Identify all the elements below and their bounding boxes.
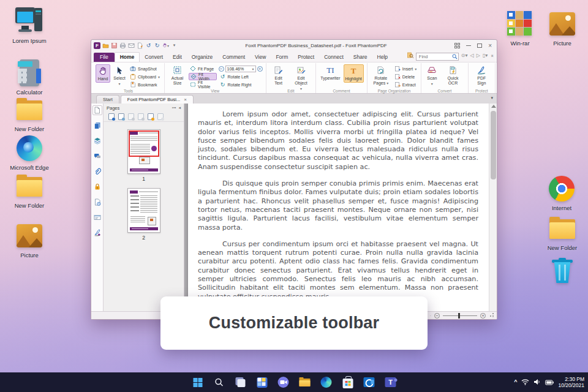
zoom-out-icon[interactable]: − xyxy=(219,66,224,72)
desktop-icon-this-pc[interactable]: Lorem Ipsum xyxy=(6,7,53,44)
outlook-icon[interactable] xyxy=(363,375,376,389)
tab-help[interactable]: Help xyxy=(372,53,393,62)
snapshot-button[interactable]: SnapShot xyxy=(129,65,161,72)
page-action-icon-4[interactable] xyxy=(138,113,144,120)
minimize-icon[interactable] xyxy=(466,45,471,46)
tab-share[interactable]: Share xyxy=(349,53,372,62)
highlight-button[interactable]: T Highlight xyxy=(344,64,364,83)
bookmarks-panel-icon[interactable] xyxy=(92,105,102,115)
find-options-icon[interactable]: ⊙▾ xyxy=(461,53,468,58)
bookmark-dropdown-icon[interactable]: ▯▾ xyxy=(483,53,488,58)
quick-ocr-button[interactable]: OCR Quick OCR xyxy=(441,64,464,86)
edge-icon[interactable] xyxy=(320,375,333,389)
wifi-icon[interactable] xyxy=(521,377,529,388)
foxit-logo[interactable]: F xyxy=(94,42,100,49)
desktop-icon-edge[interactable]: Microsoft Edge xyxy=(6,134,53,171)
search-doc-icon[interactable] xyxy=(407,52,413,58)
page-thumbnail-1[interactable] xyxy=(127,129,160,174)
zoom-slider-thumb[interactable] xyxy=(458,313,460,318)
zoom-in-icon[interactable]: + xyxy=(257,66,263,72)
new-doc-icon[interactable] xyxy=(137,42,143,49)
desktop-icon-recycle-bin[interactable] xyxy=(538,256,586,284)
desktop-icon-new-folder-1[interactable]: New Folder xyxy=(6,96,53,132)
desktop-icon-winrar[interactable]: Win-rar xyxy=(496,10,544,47)
actual-size-button[interactable]: Actual Size xyxy=(168,64,187,86)
bookmark-button[interactable]: Bookmark xyxy=(129,81,161,88)
vertical-scrollbar[interactable] xyxy=(489,104,497,311)
doc-tab-start[interactable]: Start xyxy=(96,95,119,104)
insert-button[interactable]: Insert ▾ xyxy=(393,65,418,72)
visible-region-indicator[interactable] xyxy=(129,130,159,157)
stamps-panel-icon[interactable] xyxy=(92,197,102,207)
tab-edit[interactable]: Edit xyxy=(168,53,187,62)
print-icon[interactable] xyxy=(119,42,126,49)
tab-list-dropdown-icon[interactable]: ▾ xyxy=(491,96,493,100)
attachments-panel-icon[interactable] xyxy=(92,167,102,176)
security-panel-icon[interactable] xyxy=(92,182,102,192)
close-icon[interactable]: × xyxy=(488,42,492,49)
mail-icon[interactable] xyxy=(128,42,135,49)
pin-panel-icon[interactable]: ⊶ xyxy=(172,105,176,110)
search-icon[interactable] xyxy=(213,375,226,389)
next-view-icon[interactable]: ▷ xyxy=(477,53,480,58)
fit-page-button[interactable]: Fit Page xyxy=(189,65,217,72)
scroll-up-icon[interactable] xyxy=(491,105,496,108)
more-icon[interactable]: ▾ xyxy=(171,42,178,49)
edit-object-button[interactable]: Edit Object ▾ xyxy=(290,64,313,92)
desktop-icon-new-folder-2[interactable]: New Folder xyxy=(6,172,53,209)
zoom-level-combobox[interactable]: 108.46%▾ xyxy=(225,66,256,72)
scrollbar-thumb[interactable] xyxy=(491,111,496,179)
clipboard-button[interactable]: Clipboard ▾ xyxy=(129,73,161,80)
tab-file[interactable]: File xyxy=(94,53,115,62)
rotate-right-button[interactable]: ↻ Rotate Right xyxy=(219,81,263,88)
pdf-sign-button[interactable]: PDF Sign xyxy=(472,64,492,86)
rotate-left-button[interactable]: ↺ Rotate Left xyxy=(219,73,263,80)
desktop-icon-new-folder-3[interactable]: New Folder xyxy=(538,214,586,251)
volume-icon[interactable] xyxy=(533,377,541,388)
save-icon[interactable] xyxy=(111,42,118,49)
layout-grid-icon[interactable] xyxy=(454,43,460,48)
start-icon[interactable] xyxy=(191,375,205,389)
select-button[interactable]: Select ▾ xyxy=(112,64,127,87)
zoom-slider[interactable] xyxy=(443,313,477,318)
tab-view[interactable]: View xyxy=(250,53,271,62)
edit-text-button[interactable]: Edit Text xyxy=(270,64,288,86)
tab-home[interactable]: Home xyxy=(115,52,140,62)
page-action-icon-5[interactable] xyxy=(148,113,154,120)
taskbar-clock[interactable]: 2:30 PM 10/20/2021 xyxy=(558,376,584,388)
find-magnifier-icon[interactable] xyxy=(452,51,458,56)
tray-chevron-up-icon[interactable]: ^ xyxy=(514,379,517,385)
chat-icon[interactable] xyxy=(277,375,290,389)
close-tab-icon[interactable]: × xyxy=(184,97,187,102)
signatures-panel-icon[interactable] xyxy=(92,228,102,238)
task-view-icon[interactable] xyxy=(234,375,247,389)
widgets-icon[interactable] xyxy=(255,375,269,389)
tab-convert[interactable]: Convert xyxy=(140,53,168,62)
tab-comment[interactable]: Comment xyxy=(217,53,250,62)
open-icon[interactable] xyxy=(102,42,109,49)
battery-icon[interactable] xyxy=(545,377,554,388)
file-explorer-icon[interactable] xyxy=(298,375,312,389)
rotate-pages-button[interactable]: Rotate Pages ▾ xyxy=(371,64,391,86)
page-action-icon-3[interactable] xyxy=(128,113,134,120)
tab-form[interactable]: Form xyxy=(271,53,293,62)
doc-tab-current[interactable]: Foxit PhantomPDF Busi... × xyxy=(121,95,194,104)
hand-button[interactable]: Hand xyxy=(96,64,110,83)
layers-panel-icon[interactable] xyxy=(92,136,102,146)
undo-icon[interactable]: ↺ xyxy=(145,42,152,49)
page-action-icon-1[interactable] xyxy=(108,113,115,120)
fit-visible-button[interactable]: Fit Visible xyxy=(189,81,217,88)
fields-panel-icon[interactable] xyxy=(92,213,102,222)
redo-icon[interactable]: ↻ xyxy=(154,42,160,49)
extract-button[interactable]: Extract xyxy=(393,81,418,88)
tab-connect[interactable]: Connect xyxy=(319,53,349,62)
tab-organize[interactable]: Organize xyxy=(187,53,218,62)
previous-view-icon[interactable]: ◁ xyxy=(470,53,474,58)
scan-button[interactable]: Scan ▾ xyxy=(424,64,439,87)
tab-protect[interactable]: Protect xyxy=(293,53,319,62)
fit-width-button[interactable]: Fit Width xyxy=(189,73,217,80)
delete-button[interactable]: Delete xyxy=(393,73,418,80)
desktop-icon-picture[interactable]: Picture xyxy=(6,222,53,258)
typewriter-button[interactable]: TI Typewriter xyxy=(319,64,341,81)
maximize-icon[interactable] xyxy=(477,43,482,48)
